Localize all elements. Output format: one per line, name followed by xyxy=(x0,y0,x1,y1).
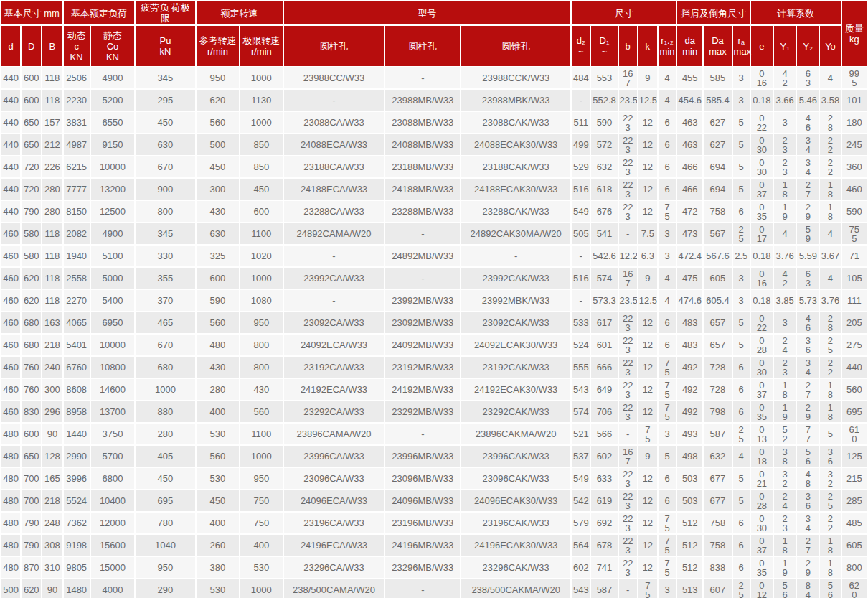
cell-d: 480 xyxy=(1,468,20,489)
cell-Da-max: 657 xyxy=(704,312,731,333)
cell-D1: 552.8 xyxy=(591,90,617,111)
cell-mass: 111 xyxy=(842,290,867,311)
cell-da-min: 473 xyxy=(677,223,702,244)
table-row: 48070021855241040069545075024096ECA/W332… xyxy=(1,490,867,511)
column-header-limit-speed: 极限转速 r/min xyxy=(240,26,282,66)
header-group-rated-speed: 额定转速 xyxy=(197,1,283,24)
cell-e: 0 22 xyxy=(751,312,773,333)
cell-b: 22 3 xyxy=(619,357,637,378)
cell-r12-min: 6 xyxy=(659,335,676,355)
cell-b: 22 3 xyxy=(619,335,637,355)
cell-static-co: 14600 xyxy=(91,379,134,400)
cell-D1: 617 xyxy=(591,312,617,333)
cell-ra-max: 5 xyxy=(733,312,750,333)
cell-ra-max: 5 xyxy=(733,335,750,355)
cell-e: 0 37 xyxy=(751,379,773,400)
cell-D: 600 xyxy=(22,67,41,88)
cell-b: 12.2 xyxy=(619,246,637,266)
cell-Y1: 3.85 xyxy=(774,290,796,311)
header-group-rated-load: 基本额定负荷 xyxy=(64,1,135,24)
column-header-d: d xyxy=(1,26,20,66)
cell-ra-max: 5 xyxy=(733,179,750,200)
cell-Y2: 5 6 xyxy=(797,446,819,467)
cell-B: 165 xyxy=(42,468,62,489)
cell-Yo: 3 6 xyxy=(820,446,840,467)
cell-Yo: 1 8 xyxy=(820,201,840,222)
cell-d2: 505 xyxy=(572,223,590,244)
cell-ra-max: 4 xyxy=(733,446,750,467)
cell-Y1: 3 xyxy=(774,112,796,133)
cell-d2: 555 xyxy=(572,357,590,378)
cell-ra-max: 3 xyxy=(733,268,750,289)
cell-mass: 695 xyxy=(842,401,867,422)
cell-limit-speed: 950 xyxy=(240,312,282,333)
cell-model-cyl-2: - xyxy=(385,268,460,289)
header-group-basic-dim: 基本尺寸 mm xyxy=(1,1,62,24)
cell-d: 460 xyxy=(1,335,20,355)
cell-D: 620 xyxy=(22,268,41,289)
cell-B: 90 xyxy=(42,579,62,598)
cell-da-min: 466 xyxy=(677,179,702,200)
cell-b: 16 7 xyxy=(619,446,637,467)
cell-model-cyl-1: - xyxy=(284,90,385,111)
cell-D: 620 xyxy=(22,579,41,598)
column-header-ref-speed: 参考转速 r/min xyxy=(197,26,239,66)
table-row: 44065015738316550450560100023088CA/W3323… xyxy=(1,112,867,133)
cell-model-cyl-1: 23292CA/W33 xyxy=(284,401,385,422)
cell-D: 650 xyxy=(22,134,41,155)
cell-Da-max: 694 xyxy=(704,156,731,177)
cell-e: 0.18 xyxy=(751,290,773,311)
cell-r12-min: 7 5 xyxy=(659,535,676,556)
cell-Yo: 3.67 xyxy=(820,246,840,266)
cell-static-co: 9150 xyxy=(91,134,134,155)
cell-Yo: 4 xyxy=(820,67,840,88)
cell-d: 480 xyxy=(1,424,20,444)
cell-ref-speed: 280 xyxy=(197,379,239,400)
column-header-bore-cyl-2: 圆柱孔 xyxy=(385,26,460,66)
cell-d2: 516 xyxy=(572,179,590,200)
cell-model-taper: 24892CAK30MA/W20 xyxy=(461,223,570,244)
cell-r12-min: 7 5 xyxy=(659,201,676,222)
cell-k: 12 xyxy=(638,379,657,400)
cell-model-cyl-2: 23088MB/W33 xyxy=(385,112,460,133)
cell-pu: 800 xyxy=(136,201,195,222)
cell-B: 118 xyxy=(42,67,62,88)
cell-B: 296 xyxy=(42,401,62,422)
cell-pu: 405 xyxy=(136,446,195,467)
cell-k: 12 xyxy=(638,535,657,556)
cell-d2: 521 xyxy=(572,424,590,444)
cell-D: 790 xyxy=(22,535,41,556)
cell-e: 0 37 xyxy=(751,179,773,200)
cell-B: 157 xyxy=(42,112,62,133)
cell-Y1: 2 4 xyxy=(774,335,796,355)
cell-Yo: 2 2 xyxy=(820,357,840,378)
cell-Y1: 3 2 xyxy=(774,468,796,489)
cell-static-co: 6550 xyxy=(91,112,134,133)
cell-da-min: 492 xyxy=(677,357,702,378)
cell-e: 0 28 xyxy=(751,335,773,355)
cell-Yo: 1 8 xyxy=(820,557,840,578)
cell-Da-max: 585.4 xyxy=(704,90,731,111)
cell-B: 300 xyxy=(42,379,62,400)
cell-d2: 543 xyxy=(572,379,590,400)
cell-D1: 666 xyxy=(591,357,617,378)
cell-Y2: 3 4 xyxy=(797,357,819,378)
cell-static-co: 4900 xyxy=(91,223,134,244)
cell-ref-speed: 450 xyxy=(197,490,239,511)
cell-D1: 678 xyxy=(591,535,617,556)
cell-model-cyl-1: 23288CA/W33 xyxy=(284,201,385,222)
cell-da-min: 503 xyxy=(677,490,702,511)
column-header-dynamic-c: 动态 c KN xyxy=(64,26,90,66)
cell-e: 0 35 xyxy=(751,201,773,222)
cell-model-cyl-2: - xyxy=(385,579,460,598)
cell-r12-min: 5 xyxy=(659,446,676,467)
cell-pu: 780 xyxy=(136,513,195,533)
cell-model-cyl-2: 24196MB/W33 xyxy=(385,535,460,556)
cell-pu: 295 xyxy=(136,90,195,111)
cell-limit-speed: 850 xyxy=(240,134,282,155)
table-row: 46068021854011000067048080024092ECA/W332… xyxy=(1,335,867,355)
cell-e: 0 30 xyxy=(751,513,773,533)
cell-model-cyl-2: 23296MB/W33 xyxy=(385,557,460,578)
cell-Da-max: 758 xyxy=(704,201,731,222)
cell-ref-speed: 950 xyxy=(197,67,239,88)
